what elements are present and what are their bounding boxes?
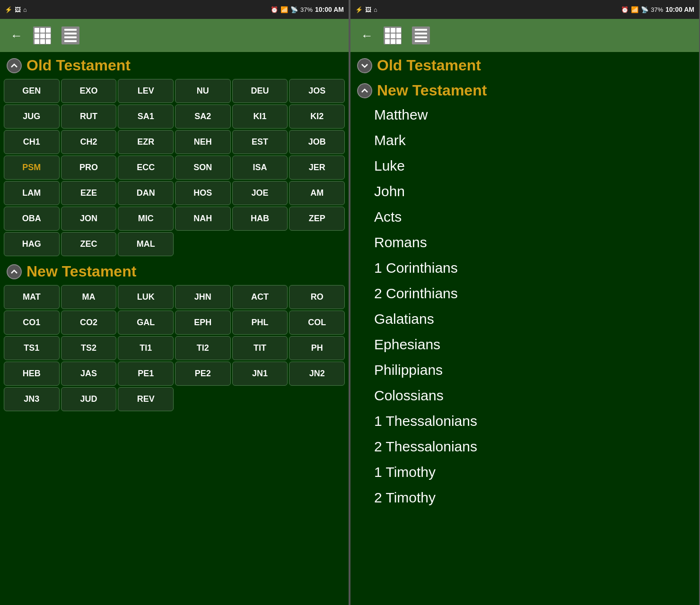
book-cell-ti1[interactable]: TI1: [118, 336, 174, 360]
book-cell-jn1[interactable]: JN1: [232, 362, 288, 386]
old-testament-grid-left: GENEXOLEVNUDEUJOSJUGRUTSA1SA2KI1KI2CH1CH…: [0, 77, 349, 258]
book-cell-ezr[interactable]: EZR: [118, 130, 174, 154]
list-view-button-right[interactable]: [410, 25, 432, 46]
book-cell-lev[interactable]: LEV: [118, 79, 174, 103]
back-button-right[interactable]: ←: [359, 27, 375, 43]
old-testament-chevron-left[interactable]: [7, 58, 22, 73]
book-cell-neh[interactable]: NEH: [175, 130, 231, 154]
book-cell-est[interactable]: EST: [232, 130, 288, 154]
book-cell-pro[interactable]: PRO: [61, 156, 117, 180]
book-cell-sa2[interactable]: SA2: [175, 104, 231, 129]
book-cell-son[interactable]: SON: [175, 156, 231, 180]
book-cell-isa[interactable]: ISA: [232, 156, 288, 180]
book-cell-luk[interactable]: LUK: [118, 285, 174, 309]
book-cell-jhn[interactable]: JHN: [175, 285, 231, 309]
book-cell-pe1[interactable]: PE1: [118, 362, 174, 386]
list-item-1-thessalonians[interactable]: 1 Thessalonians: [350, 408, 699, 434]
list-item-2-timothy[interactable]: 2 Timothy: [350, 485, 699, 510]
list-item-john[interactable]: John: [350, 179, 699, 204]
list-item-acts[interactable]: Acts: [350, 204, 699, 230]
book-cell-rev[interactable]: REV: [118, 387, 174, 411]
book-cell-tit[interactable]: TIT: [232, 336, 288, 360]
book-cell-ecc[interactable]: ECC: [118, 156, 174, 180]
list-item-1-corinthians[interactable]: 1 Corinthians: [350, 255, 699, 281]
book-cell-jug[interactable]: JUG: [4, 104, 60, 129]
list-item-matthew[interactable]: Matthew: [350, 102, 699, 128]
list-item-romans[interactable]: Romans: [350, 230, 699, 255]
book-cell-sa1[interactable]: SA1: [118, 104, 174, 129]
book-cell-hos[interactable]: HOS: [175, 181, 231, 205]
book-cell-ma[interactable]: MA: [61, 285, 117, 309]
wifi-icon: 📶: [280, 6, 288, 13]
list-item-colossians[interactable]: Colossians: [350, 383, 699, 408]
book-cell-ki1[interactable]: KI1: [232, 104, 288, 129]
book-cell-oba[interactable]: OBA: [4, 207, 60, 231]
new-testament-chevron-left[interactable]: [7, 264, 22, 279]
image-icon-right: 🖼: [365, 6, 371, 13]
old-testament-header-left: Old Testament: [0, 52, 349, 77]
book-cell-mic[interactable]: MIC: [118, 207, 174, 231]
book-cell-joe[interactable]: JOE: [232, 181, 288, 205]
list-view-button-left[interactable]: [60, 25, 81, 46]
old-testament-chevron-right[interactable]: [357, 58, 372, 73]
new-testament-chevron-right[interactable]: [357, 83, 372, 98]
book-cell-co2[interactable]: CO2: [61, 311, 117, 335]
grid-view-button-left[interactable]: [31, 25, 53, 46]
list-item-2-corinthians[interactable]: 2 Corinthians: [350, 281, 699, 306]
book-cell-ts2[interactable]: TS2: [61, 336, 117, 360]
book-cell-job[interactable]: JOB: [289, 130, 345, 154]
list-item-ephesians[interactable]: Ephesians: [350, 332, 699, 357]
list-item-philippians[interactable]: Philippians: [350, 357, 699, 383]
old-testament-header-right: Old Testament: [350, 52, 699, 77]
book-cell-ch2[interactable]: CH2: [61, 130, 117, 154]
list-item-galatians[interactable]: Galatians: [350, 306, 699, 332]
book-cell-hab[interactable]: HAB: [232, 207, 288, 231]
toolbar-right: ←: [350, 19, 699, 52]
book-cell-zep[interactable]: ZEP: [289, 207, 345, 231]
book-cell-nah[interactable]: NAH: [175, 207, 231, 231]
book-cell-gal[interactable]: GAL: [118, 311, 174, 335]
list-item-luke[interactable]: Luke: [350, 153, 699, 179]
new-testament-list-right: MatthewMarkLukeJohnActsRomans1 Corinthia…: [350, 102, 699, 510]
book-cell-ro[interactable]: RO: [289, 285, 345, 309]
book-cell-mal[interactable]: MAL: [118, 232, 174, 256]
new-testament-header-right: New Testament: [350, 77, 699, 102]
book-cell-am[interactable]: AM: [289, 181, 345, 205]
book-cell-ph[interactable]: PH: [289, 336, 345, 360]
book-cell-co1[interactable]: CO1: [4, 311, 60, 335]
book-cell-deu[interactable]: DEU: [232, 79, 288, 103]
book-cell-jn3[interactable]: JN3: [4, 387, 60, 411]
book-cell-jn2[interactable]: JN2: [289, 362, 345, 386]
book-cell-nu[interactable]: NU: [175, 79, 231, 103]
back-button-left[interactable]: ←: [9, 27, 25, 43]
book-cell-phl[interactable]: PHL: [232, 311, 288, 335]
book-cell-jer[interactable]: JER: [289, 156, 345, 180]
book-cell-zec[interactable]: ZEC: [61, 232, 117, 256]
book-cell-ch1[interactable]: CH1: [4, 130, 60, 154]
book-cell-jud[interactable]: JUD: [61, 387, 117, 411]
book-cell-col[interactable]: COL: [289, 311, 345, 335]
book-cell-ki2[interactable]: KI2: [289, 104, 345, 129]
list-item-mark[interactable]: Mark: [350, 128, 699, 153]
grid-view-button-right[interactable]: [382, 25, 403, 46]
book-cell-jas[interactable]: JAS: [61, 362, 117, 386]
book-cell-mat[interactable]: MAT: [4, 285, 60, 309]
book-cell-exo[interactable]: EXO: [61, 79, 117, 103]
book-cell-heb[interactable]: HEB: [4, 362, 60, 386]
book-cell-pe2[interactable]: PE2: [175, 362, 231, 386]
book-cell-eph[interactable]: EPH: [175, 311, 231, 335]
list-item-1-timothy[interactable]: 1 Timothy: [350, 459, 699, 485]
book-cell-lam[interactable]: LAM: [4, 181, 60, 205]
book-cell-dan[interactable]: DAN: [118, 181, 174, 205]
book-cell-jon[interactable]: JON: [61, 207, 117, 231]
book-cell-jos[interactable]: JOS: [289, 79, 345, 103]
book-cell-ti2[interactable]: TI2: [175, 336, 231, 360]
book-cell-rut[interactable]: RUT: [61, 104, 117, 129]
book-cell-psm[interactable]: PSM: [4, 156, 60, 180]
list-item-2-thessalonians[interactable]: 2 Thessalonians: [350, 434, 699, 459]
book-cell-ts1[interactable]: TS1: [4, 336, 60, 360]
book-cell-gen[interactable]: GEN: [4, 79, 60, 103]
book-cell-act[interactable]: ACT: [232, 285, 288, 309]
book-cell-hag[interactable]: HAG: [4, 232, 60, 256]
book-cell-eze[interactable]: EZE: [61, 181, 117, 205]
